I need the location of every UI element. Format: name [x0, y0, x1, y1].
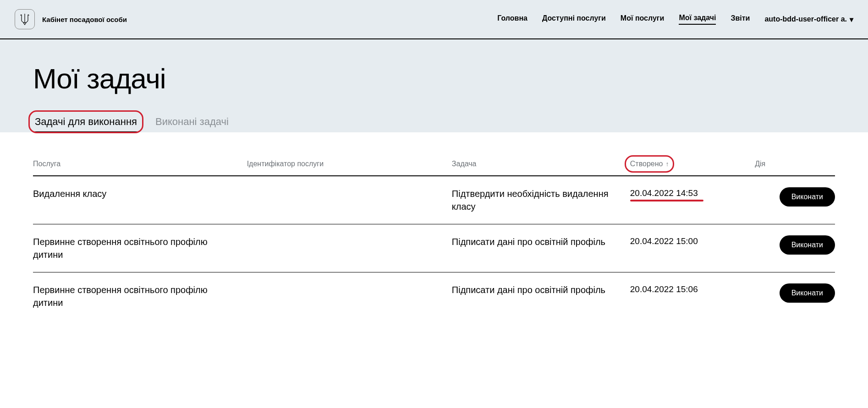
- nav-home[interactable]: Головна: [497, 14, 527, 24]
- cell-task: Підтвердити необхідність видалення класу: [452, 187, 621, 213]
- tab-pending-tasks[interactable]: Задачі для виконання: [33, 113, 139, 132]
- logo[interactable]: [15, 9, 35, 29]
- cell-service: Видалення класу: [33, 187, 238, 200]
- hero: Мої задачі Задачі для виконання Виконані…: [0, 39, 868, 132]
- cell-service: Первинне створення освітнього профілю ди…: [33, 235, 238, 261]
- cell-task: Підписати дані про освітній профіль: [452, 283, 621, 296]
- cell-created-text: 20.04.2022 14:53: [630, 188, 698, 198]
- header-left: Кабінет посадової особи: [15, 9, 127, 29]
- table-header: Послуга Ідентифікатор послуги Задача Ств…: [33, 160, 835, 176]
- cell-service: Первинне створення освітнього профілю ди…: [33, 283, 238, 309]
- tasks-table: Послуга Ідентифікатор послуги Задача Ств…: [33, 160, 835, 320]
- chevron-down-icon: ▾: [850, 15, 853, 24]
- col-created-wrapper: Створено ↑: [630, 160, 669, 168]
- tabs: Задачі для виконання Виконані задачі: [33, 113, 835, 132]
- table-row: Первинне створення освітнього профілю ди…: [33, 224, 835, 272]
- user-name: auto-bdd-user-officer a.: [764, 15, 847, 23]
- execute-button[interactable]: Виконати: [780, 187, 835, 207]
- site-title: Кабінет посадової особи: [42, 16, 127, 23]
- col-action: Дія: [755, 160, 835, 168]
- cell-created: 20.04.2022 15:06: [630, 283, 746, 296]
- table-row: Первинне створення освітнього профілю ди…: [33, 272, 835, 320]
- execute-button[interactable]: Виконати: [780, 235, 835, 255]
- table-row: Видалення класу Підтвердити необхідність…: [33, 176, 835, 224]
- col-created[interactable]: Створено ↑: [630, 160, 746, 168]
- tab-completed-tasks[interactable]: Виконані задачі: [154, 113, 231, 132]
- col-service: Послуга: [33, 160, 238, 168]
- col-task: Задача: [452, 160, 621, 168]
- user-menu[interactable]: auto-bdd-user-officer a. ▾: [764, 15, 853, 24]
- col-identifier: Ідентифікатор послуги: [247, 160, 443, 168]
- execute-button[interactable]: Виконати: [780, 283, 835, 303]
- content: Послуга Ідентифікатор послуги Задача Ств…: [0, 132, 868, 338]
- cell-action: Виконати: [755, 283, 835, 303]
- nav-reports[interactable]: Звіти: [731, 14, 750, 24]
- tab-wrapper-pending: Задачі для виконання: [33, 113, 139, 132]
- cell-task: Підписати дані про освітній профіль: [452, 235, 621, 248]
- main-nav: Головна Доступні послуги Мої послуги Мої…: [497, 14, 853, 25]
- cell-action: Виконати: [755, 187, 835, 207]
- cell-created: 20.04.2022 15:00: [630, 235, 746, 248]
- cell-created: 20.04.2022 14:53: [630, 187, 746, 200]
- header: Кабінет посадової особи Головна Доступні…: [0, 0, 868, 39]
- col-created-label: Створено: [630, 160, 663, 168]
- nav-available-services[interactable]: Доступні послуги: [542, 14, 606, 24]
- page-title: Мої задачі: [33, 62, 835, 95]
- cell-action: Виконати: [755, 235, 835, 255]
- trident-icon: [20, 13, 30, 26]
- sort-asc-icon: ↑: [665, 160, 669, 168]
- nav-my-tasks[interactable]: Мої задачі: [679, 14, 716, 25]
- annotation-underline: [630, 200, 703, 201]
- nav-my-services[interactable]: Мої послуги: [621, 14, 665, 24]
